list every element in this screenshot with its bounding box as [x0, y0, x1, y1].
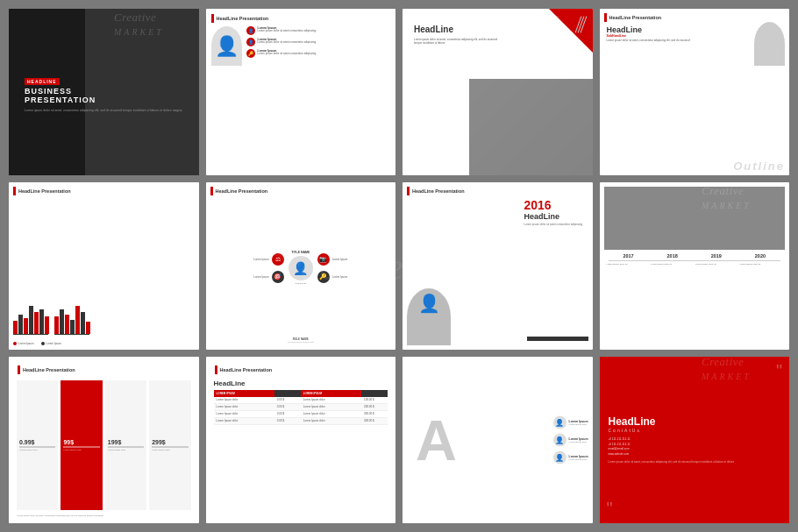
red-bar: [604, 13, 607, 22]
big-letter: A: [416, 411, 457, 468]
slide-11: A 👤 Lorem Ipsum Lorem ipsum dolor 👤 Lore…: [403, 357, 593, 523]
slide6-title: HeadLine Presentation: [216, 188, 268, 194]
row4-v2: 400.00 $: [361, 417, 388, 424]
contact-lines: +0 111.111.111.11 +0 111.111.111.11 emai…: [609, 437, 781, 456]
item-body: Lorem ipsum dolor: [569, 440, 588, 443]
table-row: Lorem Ipsum dolor 0.00 $ Lorem Ipsum dol…: [214, 397, 388, 404]
slide9-title: HeadLine Presentation: [23, 367, 75, 372]
chart-legend: Lorem Ipsum Lorem Ipsum: [13, 342, 195, 345]
circle-4: 🔑: [317, 271, 330, 283]
slide9-header: HeadLine Presentation: [13, 361, 195, 374]
row3-v2: 300.00 $: [361, 410, 388, 417]
item-body: Lorem ipsum dolor: [569, 422, 588, 425]
circle-label-1: Lorem Ipsum: [247, 258, 269, 261]
slide9-footer: Lorem ipsum dolor sit amet, consectetur …: [13, 513, 195, 519]
slide7-title: HeadLine Presentation: [412, 188, 465, 194]
chart1: [13, 299, 49, 334]
list-item: 👤 Lorem Ipsum Lorem ipsum dolor sit amet…: [246, 38, 391, 46]
slide-7: HeadLine Presentation 👤 2016 HeadLine Lo…: [403, 182, 593, 349]
circle-1: ⚖: [272, 253, 284, 266]
contact-line-1: +0 111.111.111.11: [609, 437, 781, 441]
row2-v1: 0.00 $: [274, 403, 301, 410]
person-right-icon: [754, 22, 785, 66]
slide8-image: [604, 187, 786, 250]
row2-c2: Lorem Ipsum dolor: [301, 403, 361, 410]
legend-1: Lorem Ipsum: [18, 342, 34, 345]
contact-line-4: www.website.com: [609, 452, 781, 456]
table-row: Lorem Ipsum dolor 0.00 $ Lorem Ipsum dol…: [214, 417, 388, 424]
stat-desc-3: Lorem ipsum dolor: [108, 449, 144, 451]
quote-top: ": [776, 361, 782, 381]
item-icon-1: 👤: [246, 26, 255, 35]
slide7-person: 👤: [407, 288, 451, 345]
slide1-body: Lorem ipsum dolor sit amet, consectetur …: [25, 109, 183, 113]
slide10-headline: HeadLine: [214, 379, 388, 387]
circle-2: 🎯: [272, 271, 284, 283]
circle-label-2: Lorem Ipsum: [247, 275, 269, 279]
item-icon: 👤: [553, 433, 566, 446]
center-person: 👤: [289, 256, 313, 280]
legend-2: Lorem Ipsum: [46, 342, 62, 345]
slide7-headline: HeadLine: [524, 212, 586, 221]
list-item: 👤 Lorem Ipsum Lorem ipsum dolor sit amet…: [246, 26, 391, 35]
slide7-bar: [527, 337, 588, 341]
slide-12: " " HeadLine ContAtUs +0 111.111.111.11 …: [600, 357, 790, 523]
items-list: 👤 Lorem Ipsum Lorem ipsum dolor sit amet…: [246, 26, 391, 170]
year-desc-4: Lorem ipsum dolor sit: [739, 263, 782, 266]
chart2: [54, 299, 90, 334]
stat-4: 299$: [152, 439, 188, 445]
slide4-header: HeadLine Presentation: [604, 13, 786, 22]
slide-10: HeadLine Presentation HeadLine LOREM IPS…: [206, 357, 396, 523]
stat-desc-4: Lorem ipsum dolor: [152, 449, 188, 451]
item-icon-2: 👤: [246, 38, 255, 46]
year-desc-1: Lorem ipsum dolor sit: [607, 263, 650, 266]
slide-4: HeadLine Presentation HeadLine SubHeadLi…: [600, 9, 790, 175]
item-icon: 👤: [553, 415, 566, 429]
col1-header: LOREM IPSUM: [214, 390, 274, 397]
contact-label: ContAtUs: [609, 428, 781, 433]
price-table: LOREM IPSUM LOREM IPSUM Lorem Ipsum dolo…: [214, 390, 388, 425]
slide3-body: Lorem ipsum dolor sit amet, consectetur …: [414, 38, 497, 45]
slide10-header: HeadLine Presentation: [210, 361, 392, 376]
slide-3: HeadLine Lorem ipsum dolor sit amet, con…: [403, 9, 593, 175]
slide4-title: HeadLine Presentation: [609, 15, 662, 20]
timeline-line: [609, 260, 781, 261]
row3-c1: Lorem Ipsum dolor: [214, 410, 274, 417]
row1-c1: Lorem Ipsum dolor: [214, 397, 274, 404]
stat-desc-1: Lorem ipsum dolor: [19, 449, 55, 451]
slide-1: HEADLINE BUSINESS PRESENTATION Lorem ips…: [9, 9, 199, 175]
slide5-header: HeadLine Presentation: [13, 187, 195, 195]
slide-2: HeadLine Presentation 👤 👤 Lorem Ipsum Lo…: [206, 9, 396, 175]
year-2020: 2020: [755, 253, 766, 259]
year-2019: 2019: [711, 253, 722, 259]
slide3-headline1: HeadLine: [414, 25, 453, 34]
list-item: 🔑 Lorem Ipsum Lorem ipsum dolor sit amet…: [246, 49, 391, 58]
item-body-1: Lorem ipsum dolor sit amet consectetur a…: [258, 30, 317, 33]
year-desc-3: Lorem ipsum dolor sit: [695, 263, 738, 266]
slide7-body: Lorem ipsum dolor sit amet consectetur a…: [524, 223, 586, 226]
slide10-title: HeadLine Presentation: [220, 367, 273, 372]
row2-v2: 200.00 $: [361, 403, 388, 410]
slide6-header: HeadLine Presentation: [210, 187, 392, 195]
table-row: Lorem Ipsum dolor 0.00 $ Lorem Ipsum dol…: [214, 403, 388, 410]
row4-v1: 0.00 $: [274, 417, 301, 424]
stat-2: 99$: [63, 439, 99, 445]
slide2-title: HeadLine Presentation: [217, 16, 269, 21]
year-2018: 2018: [667, 253, 678, 259]
row3-c2: Lorem Ipsum dolor: [301, 410, 361, 417]
slide-8: 2017 2018 2019 2020 Lorem ipsum dolor si…: [600, 182, 790, 349]
slide-5: HeadLine Presentation: [9, 182, 199, 349]
outline-text: Outline: [733, 160, 785, 173]
contact-line-2: +0 111.111.111.11: [609, 443, 781, 446]
slide5-title: HeadLine Presentation: [18, 188, 71, 194]
item-body-2: Lorem ipsum dolor sit amet consectetur a…: [258, 41, 317, 45]
person-icon: 👤: [211, 26, 242, 66]
row1-c2: Lorem Ipsum dolor: [301, 397, 361, 404]
list-item: 👤 Lorem Ipsum Lorem ipsum dolor: [553, 450, 588, 464]
row1-v1: 0.00 $: [274, 397, 301, 404]
slide4-body: Lorem ipsum dolor sit amet, consectetur …: [607, 39, 712, 42]
slide-grid: HEADLINE BUSINESS PRESENTATION Lorem ips…: [0, 0, 798, 532]
row1-v2: 100.00 $: [361, 397, 388, 404]
red-bar: [407, 187, 410, 195]
row3-v1: 0.00 $: [274, 410, 301, 417]
